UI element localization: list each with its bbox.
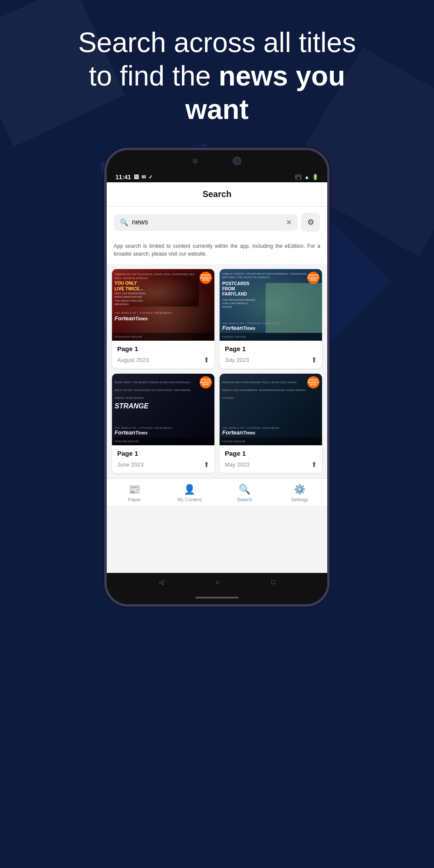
gear-icon: ⚙️: [294, 484, 306, 495]
result-page-aug: Page 1: [117, 345, 209, 352]
result-info-jun: Page 1 June 2023 ⬆: [112, 445, 214, 473]
share-button-jul[interactable]: ⬆: [311, 356, 317, 364]
worlds-weirdest-badge-jul: WORLD'SWEIRDESTNEWS: [307, 272, 319, 284]
nav-label-paper: Paper: [128, 497, 141, 502]
result-page-jul: Page 1: [225, 345, 317, 352]
app-title: Search: [203, 189, 232, 199]
ft-logo-aug: THE WORLD OF • STRANGE PHENOMENA Fortean…: [115, 308, 172, 321]
photo-icon: 🖼: [134, 174, 139, 180]
nav-label-settings: Settings: [291, 497, 309, 502]
cover-image-jul: [266, 283, 322, 333]
bottom-nav: 📰 Paper 👤 My Content 🔍 Search ⚙️ Setting…: [107, 478, 327, 506]
worlds-weirdest-badge-may: WORLD'SWEIRDESTNEWS: [307, 376, 319, 388]
hero-line3: want: [185, 94, 249, 125]
cover-jun2023: WORLD'SWEIRDESTNEWS SILENT SPIES • THE S…: [112, 374, 214, 445]
phone-camera-area: [107, 150, 327, 172]
result-card-jun2023[interactable]: WORLD'SWEIRDESTNEWS SILENT SPIES • THE S…: [112, 374, 214, 473]
result-date-row-may: May 2023 ⬆: [225, 460, 317, 469]
aug-main-headline: YOU ONLYLIVE TWICE...: [115, 280, 199, 292]
cover-strip-jun: FT432 JUNE 2023 £4.95: [112, 437, 214, 445]
status-right: 📳 ▲ 🔋: [295, 174, 319, 180]
cover-headline-may: ROOM 616 AND OTHER UNCANNY TALES • BLACK…: [222, 377, 306, 401]
recents-button[interactable]: □: [272, 579, 275, 585]
nav-item-my-content[interactable]: 👤 My Content: [162, 482, 217, 504]
app-header: Search: [107, 182, 327, 207]
cover-jul2023: WORLD'SWEIRDESTNEWS TOME OF TERROR • THE…: [220, 269, 322, 341]
nav-label-my-content: My Content: [177, 497, 201, 502]
worlds-weirdest-badge-aug: WORLD'SWEIRDESTNEWS: [200, 272, 212, 284]
phone-mockup: 11:41 🖼 ✉ ✓ 📳 ▲ 🔋 Search 🔍: [0, 148, 434, 607]
hero-line2-bold: news you: [219, 60, 345, 92]
camera-dot-left: [193, 158, 198, 164]
nav-item-search[interactable]: 🔍 Search: [217, 482, 272, 504]
cover-headline-aug: TERROR ON THE TELEVISION • BUNNY MAN • P…: [115, 273, 199, 306]
cover-may2023: WORLD'SWEIRDESTNEWS ROOM 616 AND OTHER U…: [220, 374, 322, 445]
nav-item-settings[interactable]: ⚙️ Settings: [272, 482, 327, 504]
android-nav-bar: ◁ ○ □: [107, 573, 327, 591]
phone-bottom: [107, 591, 327, 604]
search-area: 🔍 news ✕ ⚙: [107, 207, 327, 238]
cover-headline-jun: SILENT SPIES • THE SECRET SCIENCE OF BAL…: [115, 377, 199, 410]
ft-logo-may: THE WORLD OF • STRANGE PHENOMENA Fortean…: [222, 427, 280, 436]
search-nav-icon: 🔍: [239, 484, 250, 495]
result-page-jun: Page 1: [117, 450, 209, 457]
clear-search-button[interactable]: ✕: [286, 218, 292, 227]
result-date-aug: August 2023: [117, 357, 149, 363]
search-input-wrapper[interactable]: 🔍 news ✕: [114, 214, 298, 231]
result-card-aug2023[interactable]: WORLD'SWEIRDESTNEWS TERROR ON THE TELEVI…: [112, 269, 214, 368]
back-button[interactable]: ◁: [159, 579, 164, 585]
app-content: Search 🔍 news ✕ ⚙ App search is limited …: [107, 182, 327, 573]
result-info-jul: Page 1 July 2023 ⬆: [220, 341, 322, 368]
result-date-jun: June 2023: [117, 461, 144, 468]
person-icon: 👤: [184, 484, 195, 495]
search-magnifier-icon: 🔍: [120, 218, 128, 227]
filter-button[interactable]: ⚙: [301, 213, 320, 232]
wifi-icon: ▲: [304, 174, 309, 180]
result-card-jul2023[interactable]: WORLD'SWEIRDESTNEWS TOME OF TERROR • THE…: [220, 269, 322, 368]
home-button[interactable]: ○: [216, 579, 219, 585]
result-date-row-aug: August 2023 ⬆: [117, 356, 209, 364]
result-date-may: May 2023: [225, 461, 250, 468]
result-date-row-jun: June 2023 ⬆: [117, 460, 209, 469]
search-hint-text: App search is limited to content current…: [107, 238, 327, 264]
time-display: 11:41: [115, 174, 131, 181]
status-left: 11:41 🖼 ✉ ✓: [115, 174, 153, 181]
cover-strip-may: FT431 MAY 2023 £4.95: [220, 437, 322, 445]
result-page-may: Page 1: [225, 450, 317, 457]
result-info-aug: Page 1 August 2023 ⬆: [112, 341, 214, 368]
share-button-may[interactable]: ⬆: [311, 460, 317, 469]
results-grid: WORLD'SWEIRDESTNEWS TERROR ON THE TELEVI…: [107, 264, 327, 478]
nav-label-search: Search: [237, 497, 252, 502]
share-button-aug[interactable]: ⬆: [204, 356, 209, 364]
result-info-may: Page 1 May 2023 ⬆: [220, 445, 322, 473]
vibrate-icon: 📳: [295, 174, 302, 180]
mail-icon: ✉: [141, 174, 146, 180]
phone-body: 11:41 🖼 ✉ ✓ 📳 ▲ 🔋 Search 🔍: [104, 148, 330, 607]
hero-section: Search across all titles to find the new…: [0, 0, 434, 143]
result-date-row-jul: July 2023 ⬆: [225, 356, 317, 364]
cover-strip-aug: FT433 AUGUST 2023 £4.95: [112, 333, 214, 341]
battery-icon: 🔋: [312, 174, 319, 180]
result-card-may2023[interactable]: WORLD'SWEIRDESTNEWS ROOM 616 AND OTHER U…: [220, 374, 322, 473]
camera-main: [233, 157, 241, 165]
search-bar-row: 🔍 news ✕ ⚙: [114, 213, 320, 232]
share-button-jun[interactable]: ⬆: [204, 460, 209, 469]
worlds-weirdest-badge-jun: WORLD'SWEIRDESTNEWS: [200, 376, 212, 388]
newspaper-icon: 📰: [128, 484, 140, 495]
status-bar: 11:41 🖼 ✉ ✓ 📳 ▲ 🔋: [107, 172, 327, 182]
result-date-jul: July 2023: [225, 357, 249, 363]
ft-logo-jun: THE WORLD OF • STRANGE PHENOMENA Fortean…: [115, 427, 172, 436]
hero-line1: Search across all titles: [78, 27, 356, 58]
cover-strip-jul: FT433 JULY 2023 £4.95: [220, 333, 322, 341]
hero-line2: to find the: [89, 60, 219, 92]
search-hint-content: App search is limited to content current…: [114, 243, 320, 257]
nav-item-paper[interactable]: 📰 Paper: [107, 482, 162, 504]
check-icon: ✓: [148, 174, 153, 180]
home-pill: [195, 597, 239, 598]
cover-aug2023: WORLD'SWEIRDESTNEWS TERROR ON THE TELEVI…: [112, 269, 214, 341]
search-input[interactable]: news: [132, 218, 283, 226]
